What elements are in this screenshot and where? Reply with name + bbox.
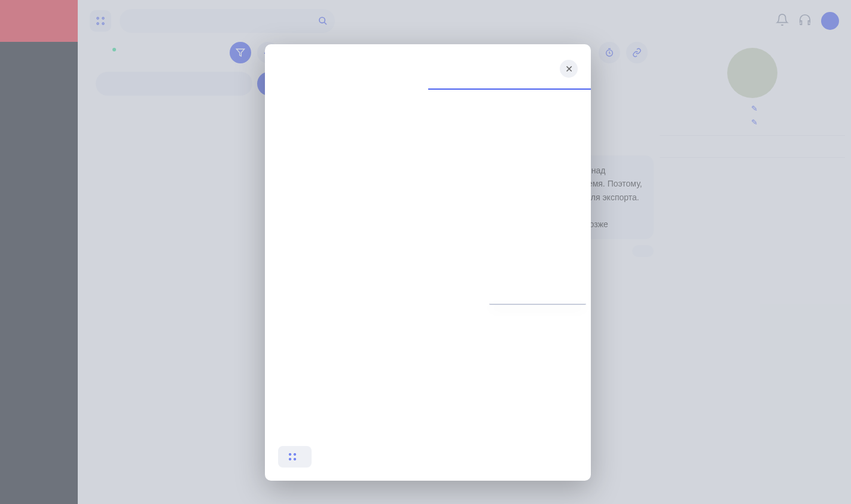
account-settings-modal: ✕ bbox=[265, 44, 591, 481]
close-icon[interactable]: ✕ bbox=[560, 60, 578, 78]
add-account-button[interactable] bbox=[278, 446, 312, 468]
svg-point-9 bbox=[289, 459, 291, 460]
svg-point-8 bbox=[294, 454, 296, 456]
svg-point-10 bbox=[294, 459, 296, 460]
assignee-dropdown bbox=[489, 304, 586, 305]
svg-point-7 bbox=[289, 454, 291, 456]
modal-tab-comments[interactable] bbox=[265, 72, 428, 90]
